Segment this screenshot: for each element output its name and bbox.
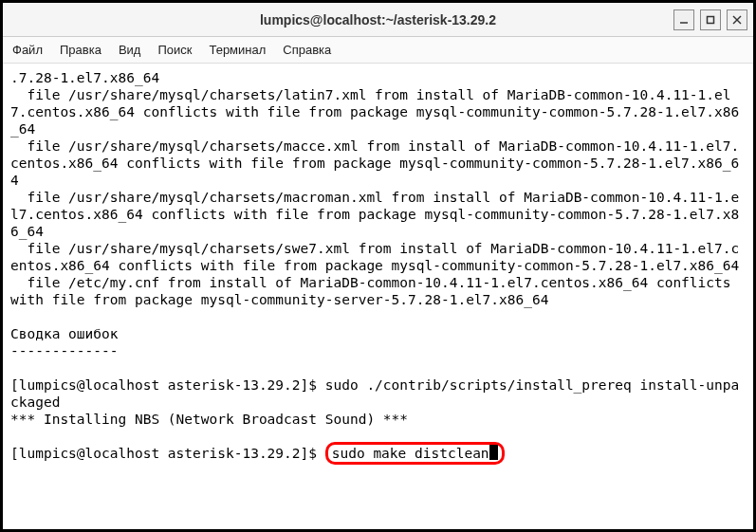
output-line: Сводка ошибок xyxy=(10,326,119,341)
minimize-button[interactable] xyxy=(673,9,694,30)
output-line: *** Installing NBS (Network Broadcast So… xyxy=(10,412,408,427)
maximize-button[interactable] xyxy=(700,9,721,30)
output-line: [lumpics@localhost asterisk-13.29.2]$ su… xyxy=(10,377,739,410)
terminal-output[interactable]: .7.28-1.el7.x86_64 file /usr/share/mysql… xyxy=(3,64,753,529)
command-highlight: sudo make distclean xyxy=(325,442,505,465)
window-title: lumpics@localhost:~/asterisk-13.29.2 xyxy=(260,12,496,28)
output-line: ------------- xyxy=(10,343,119,358)
output-line: .7.28-1.el7.x86_64 xyxy=(10,70,159,85)
cursor-icon xyxy=(489,445,498,460)
output-line: file /etc/my.cnf from install of MariaDB… xyxy=(10,275,739,307)
output-line: file /usr/share/mysql/charsets/macce.xml… xyxy=(10,138,739,188)
terminal-window: lumpics@localhost:~/asterisk-13.29.2 Фай… xyxy=(0,0,756,532)
menu-search[interactable]: Поиск xyxy=(157,43,192,57)
output-line: file /usr/share/mysql/charsets/latin7.xm… xyxy=(10,87,739,137)
output-line: file /usr/share/mysql/charsets/macroman.… xyxy=(10,190,739,239)
command-input[interactable]: sudo make distclean xyxy=(332,446,489,461)
titlebar: lumpics@localhost:~/asterisk-13.29.2 xyxy=(3,3,753,37)
output-line: file /usr/share/mysql/charsets/swe7.xml … xyxy=(10,241,739,273)
svg-rect-1 xyxy=(708,16,714,23)
menu-file[interactable]: Файл xyxy=(12,43,43,57)
menubar: Файл Правка Вид Поиск Терминал Справка xyxy=(3,37,753,64)
menu-help[interactable]: Справка xyxy=(283,43,331,57)
menu-edit[interactable]: Правка xyxy=(60,43,101,57)
menu-view[interactable]: Вид xyxy=(119,43,141,57)
menu-terminal[interactable]: Терминал xyxy=(209,43,266,57)
prompt: [lumpics@localhost asterisk-13.29.2]$ xyxy=(10,446,325,461)
close-button[interactable] xyxy=(727,9,747,30)
window-controls xyxy=(673,9,747,30)
